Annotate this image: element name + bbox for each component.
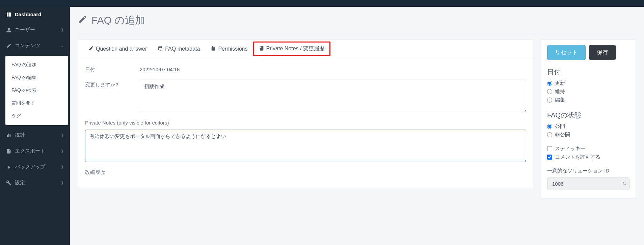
sidebar-item-contents[interactable]: コンテンツ ⌄: [0, 38, 70, 54]
sidebar-label: コンテンツ: [15, 43, 40, 49]
tab-label: Question and answer: [96, 46, 147, 52]
edit-icon: [6, 43, 11, 49]
private-notes-textarea[interactable]: [85, 130, 526, 162]
sidebar-submenu-contents: FAQ の追加 FAQ の編集 FAQ の検索 質問を開く タグ: [5, 56, 68, 125]
sidebar: Dashboard ユーザー ❯ コンテンツ ⌄ FAQ の追加 FAQ の編集…: [0, 7, 70, 245]
chevron-down-icon: ⌄: [61, 44, 64, 48]
tab-permissions[interactable]: Permissions: [205, 39, 253, 58]
radio-edit-input[interactable]: [547, 98, 552, 103]
radio-update-input[interactable]: [547, 81, 552, 86]
radio-keep-input[interactable]: [547, 89, 552, 94]
submenu-open-question[interactable]: 質問を開く: [5, 97, 68, 110]
sidebar-item-backup[interactable]: バックアップ ❯: [0, 159, 70, 175]
checkbox-allow-comments-input[interactable]: [547, 155, 552, 160]
checkbox-sticky-input[interactable]: [547, 146, 552, 151]
edit-icon: [88, 46, 94, 52]
sidebar-label: 統計: [15, 132, 25, 138]
submenu-faq-add[interactable]: FAQ の追加: [5, 58, 68, 71]
main-content: FAQ の追加 Question and answer FAQ metadata…: [70, 7, 644, 245]
sidebar-item-export[interactable]: エクスポート ❯: [0, 143, 70, 159]
tab-private-notes[interactable]: Private Notes / 変更履歴: [253, 42, 330, 56]
chevron-right-icon: ❯: [61, 28, 64, 32]
checkbox-allow-comments[interactable]: コメントを許可する: [547, 154, 629, 160]
radio-private[interactable]: 非公開: [547, 132, 629, 138]
date-heading: 日付: [547, 67, 629, 77]
radio-label: 更新: [555, 80, 565, 86]
tab-label: FAQ metadata: [165, 46, 200, 52]
sidebar-label: Dashboard: [15, 11, 41, 17]
page-title-text: FAQ の追加: [91, 13, 145, 27]
tabs: Question and answer FAQ metadata Permiss…: [78, 39, 533, 58]
save-button[interactable]: 保存: [589, 45, 616, 60]
change-label: 変更しますか?: [85, 80, 140, 88]
history-label: 改編履歴: [85, 169, 526, 175]
radio-edit[interactable]: 編集: [547, 97, 629, 103]
date-label: 日付: [85, 64, 140, 73]
radio-update[interactable]: 更新: [547, 80, 629, 86]
checkbox-label: スティッキー: [555, 145, 585, 152]
private-notes-label: Private Notes (only visible for editors): [85, 120, 526, 126]
sidebar-item-stats[interactable]: 統計 ❯: [0, 127, 70, 143]
side-panel: リセット 保存 日付 更新 維持 編集 FAQの状態 公開 非公開 スティッキー…: [541, 39, 636, 198]
sidebar-item-settings[interactable]: 設定 ❯: [0, 175, 70, 191]
date-value: 2022-10-07 04:18: [140, 64, 526, 72]
chevron-right-icon: ❯: [61, 133, 64, 137]
radio-public[interactable]: 公開: [547, 123, 629, 130]
radio-private-input[interactable]: [547, 132, 552, 137]
tab-question-answer[interactable]: Question and answer: [83, 39, 152, 58]
sidebar-label: バックアップ: [15, 164, 45, 170]
sidebar-label: ユーザー: [15, 27, 35, 33]
stats-icon: [6, 133, 11, 138]
submenu-faq-edit[interactable]: FAQ の編集: [5, 71, 68, 84]
download-icon: [6, 164, 11, 170]
sidebar-item-dashboard[interactable]: Dashboard: [0, 7, 70, 22]
radio-public-input[interactable]: [547, 124, 552, 129]
chevron-right-icon: ❯: [61, 181, 64, 185]
database-icon: [158, 46, 163, 52]
sidebar-label: エクスポート: [15, 148, 45, 154]
tab-label: Private Notes / 変更履歴: [266, 45, 325, 52]
checkbox-label: コメントを許可する: [555, 154, 600, 160]
user-icon: [6, 27, 11, 33]
file-icon: [6, 148, 11, 154]
tab-faq-metadata[interactable]: FAQ metadata: [152, 39, 205, 58]
radio-label: 非公開: [555, 132, 570, 138]
tab-label: Permissions: [218, 46, 247, 52]
sidebar-item-users[interactable]: ユーザー ❯: [0, 22, 70, 38]
reset-button[interactable]: リセット: [547, 45, 586, 60]
main-panel: Question and answer FAQ metadata Permiss…: [78, 39, 533, 188]
edit-icon: [78, 15, 87, 26]
page-title: FAQ の追加: [78, 13, 636, 33]
radio-label: 公開: [555, 123, 565, 130]
book-icon: [259, 46, 264, 52]
submenu-tag[interactable]: タグ: [5, 110, 68, 123]
change-textarea[interactable]: [140, 80, 526, 112]
radio-label: 維持: [555, 88, 565, 95]
chevron-right-icon: ❯: [61, 165, 64, 169]
radio-label: 編集: [555, 97, 565, 103]
solution-id-label: 一意的なソリューション ID:: [547, 168, 629, 174]
solution-id-select[interactable]: 1006: [547, 178, 629, 190]
chevron-right-icon: ❯: [61, 149, 64, 153]
dashboard-icon: [6, 12, 11, 17]
checkbox-sticky[interactable]: スティッキー: [547, 145, 629, 152]
sidebar-label: 設定: [15, 180, 25, 186]
lock-icon: [211, 46, 216, 52]
radio-keep[interactable]: 維持: [547, 88, 629, 95]
wrench-icon: [6, 180, 11, 186]
submenu-faq-search[interactable]: FAQ の検索: [5, 84, 68, 97]
state-heading: FAQの状態: [547, 111, 629, 120]
